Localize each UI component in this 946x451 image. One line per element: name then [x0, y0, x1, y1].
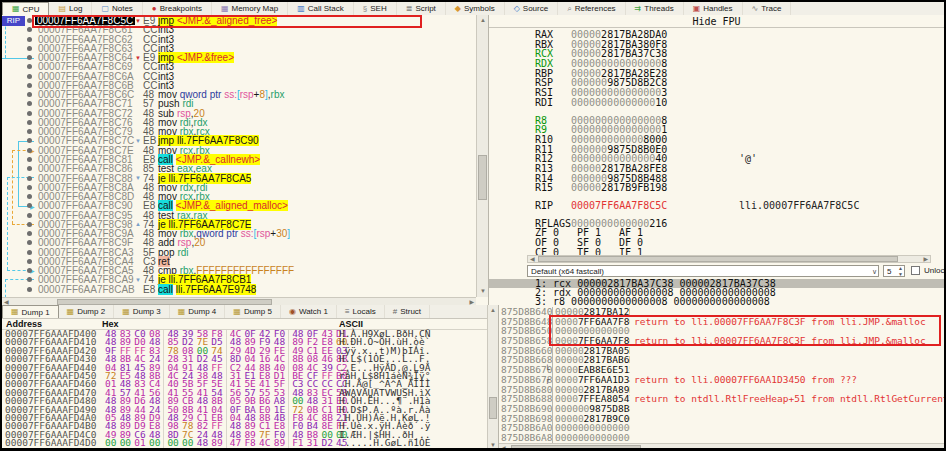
stack-row[interactable]: 875D8B68800007FFEA80547E1return to ntdll… [499, 394, 944, 404]
calling-convention-select[interactable]: Default (x64 fastcall) ∨ [527, 265, 879, 277]
tab-seh[interactable]: §SEH [354, 2, 397, 15]
breakpoint-dot-icon[interactable] [27, 240, 32, 245]
dump-vertical-scrollbar[interactable]: ▲ ▼ [487, 305, 498, 451]
dump-tab-dump-3[interactable]: ▦Dump 3 [114, 305, 170, 318]
dump-tab-dump-2[interactable]: ▦Dump 2 [59, 305, 115, 318]
breakpoint-dot-icon[interactable] [27, 222, 32, 227]
tab-breakpoints[interactable]: ●Breakpoints [143, 2, 212, 15]
breakpoint-dot-icon[interactable] [27, 176, 32, 181]
breakpoint-dot-icon[interactable] [27, 166, 32, 171]
tab-threads[interactable]: ⇉Threads [626, 2, 684, 15]
scroll-down-icon[interactable]: ▼ [480, 288, 486, 295]
dump-tab-dump-5[interactable]: ▦Dump 5 [225, 305, 281, 318]
dump-tab-dump-1[interactable]: ▦Dump 1 [2, 305, 59, 318]
stack-row[interactable]: 875D8B678┌00007FF6AA1D3450return to lli.… [499, 375, 944, 385]
stack-row[interactable]: 875D8B6A80000000000000000 [499, 433, 944, 443]
breakpoint-dot-icon[interactable] [27, 287, 32, 292]
breakpoint-dot-icon[interactable] [27, 157, 32, 162]
breakpoint-dot-icon[interactable] [27, 231, 32, 236]
stack-horizontal-scrollbar[interactable]: ◀ [499, 443, 944, 451]
breakpoint-dot-icon[interactable] [27, 18, 32, 23]
tab-source[interactable]: ◇Source [505, 2, 559, 15]
memory-map-icon: ▦ [221, 5, 229, 13]
breakpoint-dot-icon[interactable] [27, 259, 32, 264]
register-row[interactable]: RDI0000000000000010 [527, 98, 937, 108]
breakpoint-dot-icon[interactable] [27, 203, 32, 208]
breakpoint-dot-icon[interactable] [27, 194, 32, 199]
stack-row[interactable]: 875D8B6900000009875D8B800 [499, 404, 944, 414]
dump-tab-locals[interactable]: ≡Locals [337, 305, 385, 318]
scrollbar-thumb[interactable] [478, 155, 487, 200]
dump-pane[interactable]: ▦Dump 1▦Dump 2▦Dump 3▦Dump 4▦Dump 5◉Watc… [2, 305, 487, 451]
disassembly-pane[interactable]: ▶ ▶ ▶ RIP00007FF6AA7F8C5C▼E9jmp <JMP.&_a… [2, 15, 489, 305]
tab-notes[interactable]: ▢Notes [92, 2, 142, 15]
tab-handles[interactable]: ▣Handles [684, 2, 743, 15]
breakpoint-dot-icon[interactable] [27, 213, 32, 218]
scrollbar-thumb[interactable] [489, 397, 497, 419]
registers-horizontal-scrollbar[interactable]: ◀ ▶ [527, 255, 931, 263]
dump-tab-struct[interactable]: #Struct [385, 305, 430, 318]
stack-row[interactable]: 875D8B668000002817BAB6D60 [499, 355, 944, 365]
stack-value: 000002817BA89B20 [552, 385, 630, 395]
argument-row[interactable]: 3: r8 0000000000000008 0000000000000008 [489, 297, 944, 305]
scroll-up-icon[interactable]: ▲ [480, 17, 486, 24]
scrollbar-thumb[interactable] [511, 445, 641, 451]
stack-pane[interactable]: 875D8B640000002817BA12D60875D8B64800007F… [498, 305, 944, 451]
register-value[interactable]: 000002817B9FB198 [571, 183, 667, 193]
scroll-up-icon[interactable]: ▲ [490, 307, 496, 314]
breakpoint-dot-icon[interactable] [27, 277, 32, 282]
register-row[interactable]: R15000002817B9FB198 [527, 183, 937, 193]
arg-depth-spinner[interactable]: 5 ▲▼ [883, 265, 905, 277]
breakpoint-dot-icon[interactable] [27, 120, 32, 125]
disasm-row[interactable]: 00007FF6AA7F8CABE8call lli.7FF6AA7E9748 [2, 285, 476, 294]
register-value[interactable]: 0000000000000010 [571, 98, 667, 108]
breakpoint-dot-icon[interactable] [27, 129, 32, 134]
tab-call-stack[interactable]: ▥Call Stack [288, 2, 354, 15]
spinner-arrows-icon[interactable]: ▲▼ [898, 265, 903, 277]
tab-trace[interactable]: ∿Trace [743, 2, 792, 15]
tab-script[interactable]: ≣Script [397, 2, 446, 15]
scroll-right-icon[interactable]: ▶ [923, 256, 928, 263]
dump-tab-dump-4[interactable]: ▦Dump 4 [170, 305, 226, 318]
register-row[interactable]: RIP00007FF6AA7F8C5Clli.00007FF6AA7F8C5C [527, 201, 937, 211]
stack-row[interactable]: 875D8B660000002817BA05B00 [499, 346, 944, 356]
unlocked-checkbox[interactable] [911, 266, 920, 275]
hide-fpu-button[interactable]: Hide FPU [489, 15, 944, 28]
breakpoint-dot-icon[interactable] [27, 250, 32, 255]
tab-memory-map[interactable]: ▦Memory Map [212, 2, 288, 15]
tab-symbols[interactable]: ◆Symbols [446, 2, 505, 15]
stack-row[interactable]: 875D8B65800007FF6AA7F8C3Freturn to lli.0… [499, 336, 944, 346]
breakpoint-dot-icon[interactable] [27, 148, 32, 153]
breakpoint-dot-icon[interactable] [27, 138, 32, 143]
stack-row[interactable]: 875D8B64800007FF6AA7F8C3Freturn to lli.0… [499, 317, 944, 327]
stack-row[interactable]: 875D8B6A00000000000000000 [499, 423, 944, 433]
tab-log[interactable]: ▤Log [49, 2, 92, 15]
dump-row[interactable]: 00007FF6AAAFD4D0000001000000488947F84C89… [2, 439, 487, 447]
breakpoint-dot-icon[interactable] [27, 27, 32, 32]
breakpoint-dot-icon[interactable] [27, 185, 32, 190]
breakpoint-dot-icon[interactable] [27, 46, 32, 51]
tab-cpu[interactable]: ▦CPU [2, 2, 49, 15]
breakpoint-dot-icon[interactable] [27, 37, 32, 42]
breakpoint-dot-icon[interactable] [27, 111, 32, 116]
scroll-left-icon[interactable]: ◀ [530, 256, 535, 263]
breakpoint-dot-icon[interactable] [27, 83, 32, 88]
disasm-vertical-scrollbar[interactable]: ▲ ▼ [476, 15, 488, 297]
breakpoint-dot-icon[interactable] [27, 268, 32, 273]
registers-pane[interactable]: Hide FPU RAX000002817BA28DA0RBX000002817… [489, 15, 944, 305]
stack-row[interactable]: 875D8B698000002817B9C0000 [499, 414, 944, 424]
breakpoint-dot-icon[interactable] [27, 74, 32, 79]
breakpoint-dot-icon[interactable] [27, 64, 32, 69]
breakpoint-dot-icon[interactable] [27, 92, 32, 97]
scrollbar-thumb[interactable] [538, 256, 898, 262]
scroll-down-icon[interactable]: ▼ [490, 442, 496, 449]
register-value[interactable]: 00007FF6AA7F8C5C [571, 201, 667, 211]
scroll-left-icon[interactable]: ◀ [501, 445, 506, 451]
tab-references[interactable]: ⌕References [558, 2, 625, 15]
breakpoint-dot-icon[interactable] [27, 101, 32, 106]
tab-label: Call Stack [308, 4, 344, 13]
trace-icon: ∿ [752, 5, 759, 13]
breakpoint-dot-icon[interactable] [27, 55, 32, 60]
disasm-horizontal-scrollbar[interactable]: ◀ ▶ [2, 297, 476, 305]
dump-tab-watch-1[interactable]: ◉Watch 1 [281, 305, 337, 318]
